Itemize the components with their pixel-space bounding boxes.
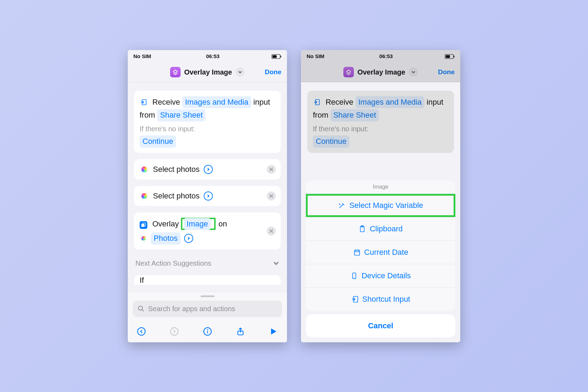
clock-label: 06:53 [206,53,219,59]
no-input-hint: If there's no input: [140,123,275,135]
continue-token[interactable]: Continue [313,135,349,148]
cancel-button[interactable]: Cancel [306,314,455,337]
phone-right: No SIM 06:53 Overlay Image Done Receive [301,50,460,342]
expand-action-button[interactable] [204,191,213,201]
sheet-handle[interactable] [201,295,215,297]
current-date-variable-item[interactable]: Current Date [306,241,455,264]
image-variable-token[interactable]: Image [184,218,211,230]
search-icon [138,305,145,312]
svg-point-8 [138,328,145,335]
title-menu-button[interactable] [409,68,418,77]
suggestions-label: Next Action Suggestions [135,259,211,267]
undo-button[interactable] [137,327,146,337]
photos-app-icon [140,191,149,201]
phone-left: No SIM 06:53 Overlay Image Done [128,50,287,342]
status-bar: No SIM 06:53 [301,50,460,63]
svg-rect-3 [281,56,281,57]
action-label: Select photos [153,191,200,201]
receive-input-card[interactable]: Receive Images and Media input from Shar… [307,91,454,153]
svg-rect-16 [454,56,455,57]
shortcut-input-variable-item[interactable]: Shortcut Input [306,288,455,311]
magic-wand-icon [338,202,346,209]
variable-picker-sheet: Image Select Magic Variable Clipboard Cu… [301,180,460,342]
remove-action-button[interactable] [267,191,276,201]
truncated-suggestion: If [134,275,281,285]
photos-app-icon [140,234,147,242]
chevron-down-icon [273,260,279,266]
receive-word: Receive [326,98,353,106]
expand-action-button[interactable] [204,165,213,174]
input-icon [140,98,147,106]
editor-content: Receive Images and Media input from Shar… [128,82,287,292]
overlay-word: Overlay [152,219,179,228]
svg-point-11 [207,330,208,330]
title-menu-button[interactable] [236,68,245,77]
bottom-toolbar [128,322,287,342]
search-input[interactable]: Search for apps and actions [133,301,282,317]
navbar: Overlay Image Done [301,63,460,82]
continue-token[interactable]: Continue [140,135,176,148]
shortcuts-app-icon [343,67,354,77]
battery-icon [445,54,455,59]
clipboard-icon [358,225,366,233]
remove-action-button[interactable] [267,226,276,236]
variable-options-group: Image Select Magic Variable Clipboard Cu… [306,180,455,311]
done-button[interactable]: Done [438,68,455,76]
redo-button[interactable] [170,327,179,337]
navbar: Overlay Image Done [128,63,287,82]
receive-word: Receive [152,98,180,106]
battery-icon [272,54,281,59]
svg-rect-20 [354,250,359,255]
done-button[interactable]: Done [265,68,282,76]
overlay-action-icon [140,221,147,229]
suggestions-header[interactable]: Next Action Suggestions [134,256,281,267]
select-photos-action-1[interactable]: Select photos [134,159,281,180]
select-magic-variable-item[interactable]: Select Magic Variable [306,194,455,217]
search-placeholder: Search for apps and actions [148,305,235,313]
input-icon [313,98,321,106]
svg-point-9 [170,328,178,335]
input-source-token[interactable]: Share Sheet [157,109,205,121]
remove-action-button[interactable] [267,165,276,174]
shortcuts-app-icon [170,67,181,77]
status-bar: No SIM 06:53 [128,50,287,63]
input-source-token[interactable]: Share Sheet [330,109,379,121]
carrier-label: No SIM [133,53,151,59]
share-button[interactable] [236,327,245,337]
input-types-token[interactable]: Images and Media [182,96,251,108]
on-word: on [218,219,227,228]
no-input-hint: If there's no input: [313,123,448,135]
expand-action-button[interactable] [184,234,193,243]
run-button[interactable] [269,327,278,337]
device-details-variable-item[interactable]: Device Details [306,264,455,288]
phone-icon [350,272,358,280]
svg-rect-15 [446,55,450,58]
svg-point-7 [139,306,143,310]
photos-app-icon [140,165,149,174]
select-photos-action-2[interactable]: Select photos [134,186,281,206]
page-title: Overlay Image [184,68,232,76]
info-button[interactable] [203,327,212,337]
bottom-sheet[interactable]: Search for apps and actions [128,292,287,322]
photos-variable-token[interactable]: Photos [151,232,181,245]
sheet-header: Image [306,180,455,194]
calendar-icon [353,248,361,256]
input-types-token[interactable]: Images and Media [356,96,425,108]
action-label: Select photos [153,165,200,174]
receive-input-card[interactable]: Receive Images and Media input from Shar… [134,91,281,153]
svg-rect-5 [141,224,145,227]
input-icon [351,295,359,303]
overlay-image-action[interactable]: Overlay Image on Photos [134,212,281,250]
clock-label: 06:53 [379,53,393,59]
page-title: Overlay Image [357,68,405,76]
highlighted-image-parameter: Image [181,218,216,230]
clipboard-variable-item[interactable]: Clipboard [306,217,455,241]
svg-rect-2 [273,55,277,58]
carrier-label: No SIM [307,53,324,59]
